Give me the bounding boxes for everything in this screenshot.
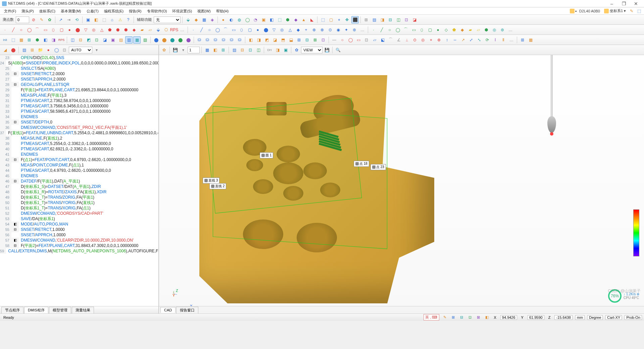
tb3-rps[interactable]: RPS [58,36,65,44]
tb3-db1[interactable]: ⛁ [196,36,203,44]
vtb-7[interactable]: ⊡ [247,46,254,54]
menu-tol[interactable]: 公差(T) [84,7,101,15]
tb2-g16[interactable]: ◎ [491,26,498,34]
vtb-1[interactable]: ✿ [160,46,168,54]
tb1-btn-8[interactable]: ◆ [192,16,200,23]
menu-prog[interactable]: 编程系统(E) [101,7,127,15]
tb3-v6[interactable]: ⬓ [287,36,295,44]
code-line[interactable]: 57◧DMESW/COMAND,'CLEARP/ZDIR,10.0000,ZDI… [0,238,158,243]
status-unit[interactable]: mm [575,315,585,320]
tb2-sphere[interactable]: ● [66,26,73,34]
tb2-g17[interactable]: ⊚ [499,26,506,34]
tb2-c20[interactable]: ✦ [343,26,350,34]
fold-gutter-icon[interactable]: ⊟ [11,71,19,77]
tb2-g11[interactable]: ⬟ [450,26,458,34]
tb2-cone[interactable]: ▽ [82,26,89,34]
tab-results[interactable]: 测量结果 [72,307,94,313]
vtb-2[interactable]: ▦ [203,46,211,54]
code-line[interactable]: 50D(坐标系1_T)=TRANS/YORIG,FA(直线1) [0,200,158,205]
tb3-t18[interactable]: ⤢ [467,36,475,44]
tb2-g10[interactable]: ◇ [442,26,450,34]
tb3-cyl4[interactable]: ⬤ [177,36,184,44]
tb2-c8[interactable]: ▢ [246,26,253,34]
tb1-btn-10[interactable]: ◈ [208,16,216,23]
tb3-v8[interactable]: ⊟ [303,36,311,44]
tb1-obj-8[interactable]: ⬚ [276,16,283,23]
tb3-t16[interactable]: ↔ [451,36,459,44]
close-button[interactable]: ✕ [630,0,642,7]
tb1-obj-2[interactable]: ◐ [228,16,235,23]
tb3-13[interactable]: ▤ [117,36,125,44]
tb1-obj-9[interactable]: ⬢ [284,16,291,23]
tb2-c6[interactable]: ▭ [230,26,237,34]
tb1-btn-cube[interactable]: ◧ [92,16,100,23]
menu-probe[interactable]: 测头(P) [19,7,37,15]
tb2-s19[interactable]: ▱ [146,26,154,34]
vtb-zoom[interactable]: 🔍 [334,46,342,54]
tb2-c12[interactable]: ◎ [278,26,286,34]
vtb-11[interactable]: ✿ [293,46,300,54]
fold-gutter-icon[interactable]: ⊟ [11,243,19,248]
tb1-btn-1[interactable]: ⊘ [30,16,37,23]
tb1-misc-7[interactable]: ◪ [411,16,418,23]
status-icon-3[interactable]: ⊟ [459,315,464,319]
tb2-c11[interactable]: ▽ [270,26,278,34]
status-icon-4[interactable]: ⊡ [467,315,473,319]
aux-select[interactable]: 无 [154,16,181,23]
toolbar-right-icon-2[interactable]: ⬚ [635,7,643,15]
tb3-init[interactable]: Init [1,36,9,44]
tb2-g6[interactable]: ▭ [410,26,417,34]
status-icon-6[interactable]: ◧ [484,315,490,319]
tb2-g5[interactable]: ⌒ [402,26,409,34]
code-line[interactable]: 53SAVE/DA(坐标系1) [0,216,158,221]
ctb-3[interactable]: ⊞ [29,46,36,54]
tb3-12[interactable]: ▣ [109,36,116,44]
tb3-t21[interactable]: Ⅰ [492,36,499,44]
vtb-dd1[interactable]: ▾ [180,46,187,54]
tb2-s16[interactable]: ⬢ [122,26,130,34]
tb3-cyl5[interactable]: ⬤ [185,36,192,44]
tb2-g3[interactable]: ○ [386,26,393,34]
tb2-s18[interactable]: ▰ [138,26,146,34]
tb3-v9[interactable]: ⊠ [311,36,319,44]
code-line[interactable]: 42⊟F(点1)=FEAT/POINT,CART,0,4.9793,-2.662… [0,157,158,162]
tb2-g7[interactable]: ⬯ [418,26,426,34]
tb2-cyl[interactable]: ⬤ [74,26,81,34]
tb1-misc-2[interactable]: ▤ [370,16,378,23]
tb3-t20[interactable]: ⟳ [484,36,491,44]
code-line[interactable]: 37F(直线1)=FEAT/LINE,UNBND,CART,5.2554,0,-… [0,130,158,136]
tb3-e1[interactable]: ⊞ [519,36,526,44]
tb1-btn-9[interactable]: ▦ [200,16,208,23]
tb2-c15[interactable]: + [302,26,310,34]
tb1-btn-run[interactable]: ↗ [57,16,64,23]
tb3-16[interactable]: ▧ [141,36,149,44]
code-line[interactable]: 52DMESW/COMAND,'COORDSYS/CAD=PART' [0,211,158,216]
code-line[interactable]: 51D(坐标系1_T)=TRANS/XORIG,FA(点1) [0,205,158,211]
tb2-g18[interactable]: … [507,26,514,34]
tb2-slot[interactable]: ⬯ [50,26,57,34]
vtb-spin[interactable] [188,47,200,53]
tb2-c21[interactable]: ⊛ [351,26,358,34]
status-icon-2[interactable]: ⊞ [450,315,456,319]
view-select[interactable]: VIEW [301,47,323,53]
tb3-t14[interactable]: ⊕ [435,36,443,44]
annot-line3[interactable]: 直线 3 [203,178,219,184]
code-line[interactable]: 28⊟GEOALG/PLANE,LSTSQR [0,82,158,87]
vtb-12[interactable]: 💾 [323,46,331,54]
status-icon-1[interactable]: ✎ [442,315,448,319]
tb3-db4[interactable]: ⛁ [220,36,227,44]
tb1-misc-4[interactable]: ⊟ [387,16,394,23]
menu-view[interactable]: 视图(W) [195,7,213,15]
tb1-misc-5[interactable]: ◫ [395,16,402,23]
menu-special[interactable]: 专用软件(O) [144,7,170,15]
ctb-2[interactable]: ▤ [20,46,28,54]
tb2-c16[interactable]: ⊕ [310,26,318,34]
menu-env[interactable]: 环境设置(S) [169,7,195,15]
tb3-db3[interactable]: ⛁ [212,36,219,44]
ctb-1[interactable]: ◢ [1,46,9,54]
tb1-obj-12[interactable]: ◣ [308,16,315,23]
tb1-btn-home[interactable]: ⌂ [108,16,116,23]
tb1-btn-7[interactable]: ⬙ [184,16,192,23]
tb3-t13[interactable]: ⌖ [427,36,435,44]
code-line[interactable]: 59CALL/EXTERN,DMIS,M(NETDMIS_AUTO_PLANEP… [0,248,158,254]
